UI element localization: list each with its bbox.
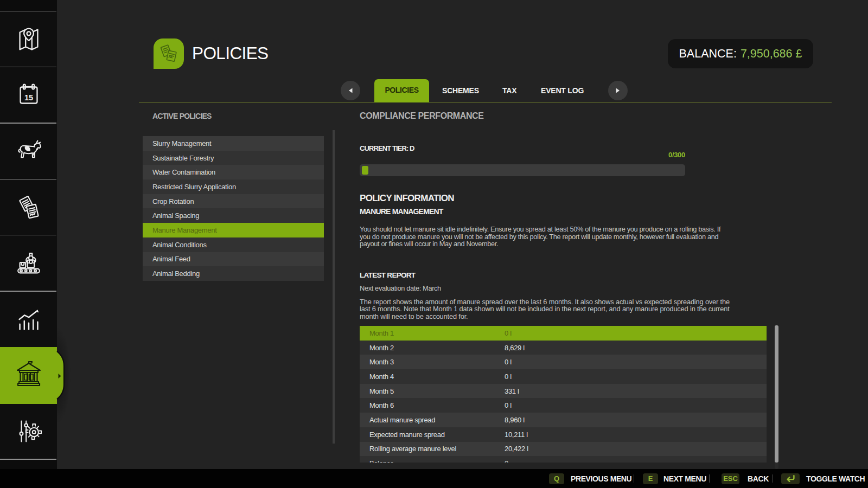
svg-text:15: 15 (24, 93, 33, 101)
